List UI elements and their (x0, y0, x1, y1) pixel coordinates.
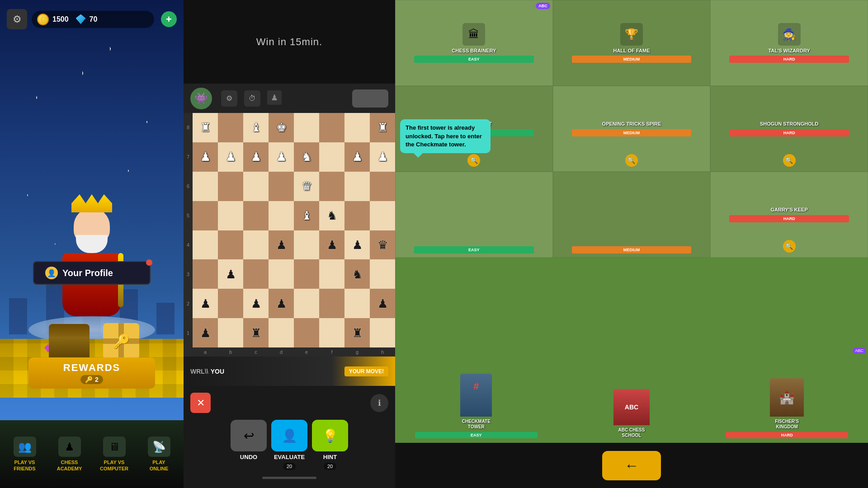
rewards-button[interactable]: REWARDS 🔑 2 (28, 357, 155, 389)
search-icon[interactable]: 🔍 (467, 154, 480, 167)
board-cell-r8c2[interactable] (218, 318, 243, 347)
clock-ctrl-icon[interactable]: ⏱ (244, 90, 260, 107)
board-cell-r1c4[interactable]: ♚ (269, 113, 294, 142)
nav-chess-academy[interactable]: ♟ CHESSACADEMY (47, 436, 92, 471)
board-cell-r6c8[interactable] (370, 259, 395, 289)
building-fischers-kingdom[interactable]: 🏰 FISCHER'SKINGDOM HARD (710, 371, 863, 438)
board-cell-r4c6[interactable]: ♞ (319, 201, 344, 230)
board-cell-r7c7[interactable] (344, 289, 370, 318)
board-cell-r3c6[interactable] (319, 172, 344, 201)
board-cell-r1c8[interactable]: ♜ (370, 113, 395, 142)
search-icon-4[interactable]: 🔍 (783, 240, 796, 253)
board-cell-r1c5[interactable] (294, 113, 319, 142)
board-cell-r4c1[interactable] (193, 201, 218, 230)
board-cell-r2c1[interactable]: ♟ (193, 142, 218, 172)
board-cell-r8c4[interactable] (269, 318, 294, 347)
board-cell-r3c2[interactable] (218, 172, 243, 201)
info-button[interactable]: ℹ (370, 394, 388, 412)
building-abc-chess-school[interactable]: ABC ABC CHESSSCHOOL (555, 380, 708, 438)
settings-ctrl-icon[interactable]: ⚙ (221, 90, 237, 107)
board-cell-r6c6[interactable] (319, 259, 344, 289)
board-cell-r3c3[interactable] (243, 172, 269, 201)
board-cell-r5c4[interactable]: ♟ (269, 230, 294, 260)
loc-hall-of-fame[interactable]: 🏆 HALL OF FAME MEDIUM (553, 0, 711, 86)
loc-opening-tricks-spire[interactable]: 🔍 OPENING TRICKS SPIRE MEDIUM (553, 86, 711, 172)
board-cell-r7c4[interactable]: ♟ (269, 289, 294, 318)
board-cell-r7c8[interactable]: ♟ (370, 289, 395, 318)
board-cell-r4c8[interactable] (370, 201, 395, 230)
profile-button[interactable]: 👤 Your Profile (33, 261, 151, 285)
board-cell-r4c4[interactable] (269, 201, 294, 230)
nav-play-vs-friends[interactable]: 👥 PLAY VSFRIENDS (2, 436, 47, 471)
board-cell-r7c1[interactable]: ♟ (193, 289, 218, 318)
board-cell-r7c5[interactable] (294, 289, 319, 318)
abc-chess-school-label: ABC CHESSSCHOOL (618, 427, 645, 438)
board-cell-r2c2[interactable]: ♟ (218, 142, 243, 172)
board-cell-r5c5[interactable] (294, 230, 319, 260)
board-cell-r2c7[interactable]: ♟ (344, 142, 370, 172)
board-cell-r8c7[interactable]: ♜ (344, 318, 370, 347)
board-cell-r5c8[interactable]: ♛ (370, 230, 395, 260)
rewards-count-number: 2 (95, 376, 99, 383)
loc-checkmate-easy[interactable]: The first tower is already unlocked. Tap… (395, 172, 553, 258)
evaluate-button[interactable]: 👤 EVALUATE 20 (271, 420, 307, 470)
board-cell-r5c1[interactable] (193, 230, 218, 260)
board-cell-r7c3[interactable]: ♟ (243, 289, 269, 318)
loc-shogun-stronghold[interactable]: 🔍 SHOGUN STRONGHOLD HARD (710, 86, 868, 172)
board-cell-r8c3[interactable]: ♜ (243, 318, 269, 347)
undo-button[interactable]: ↩ UNDO (231, 420, 267, 470)
piece-ctrl-icon[interactable]: ♟ (267, 90, 282, 105)
search-icon-2[interactable]: 🔍 (625, 154, 638, 167)
building-checkmate-tower[interactable]: CHECKMATETOWER EASY (400, 371, 553, 438)
board-cell-r5c6[interactable]: ♟ (319, 230, 344, 260)
board-cell-r8c6[interactable] (319, 318, 344, 347)
back-button[interactable]: ← (602, 451, 661, 480)
board-cell-r2c6[interactable] (319, 142, 344, 172)
nav-play-online[interactable]: 📡 PLAYONLINE (137, 436, 181, 471)
board-cell-r4c5[interactable]: ♝ (294, 201, 319, 230)
board-cell-r8c1[interactable]: ♟ (193, 318, 218, 347)
board-cell-r5c7[interactable]: ♟ (344, 230, 370, 260)
board-cell-r5c2[interactable] (218, 230, 243, 260)
board-cell-r6c3[interactable] (243, 259, 269, 289)
board-cell-r3c1[interactable] (193, 172, 218, 201)
nav-play-vs-computer[interactable]: 🖥 PLAY VSCOMPUTER (92, 436, 137, 471)
loc-medium-center[interactable]: MEDIUM (553, 172, 711, 258)
board-cell-r7c6[interactable] (319, 289, 344, 318)
board-cell-r3c8[interactable] (370, 172, 395, 201)
board-cell-r6c4[interactable] (269, 259, 294, 289)
board-cell-r3c5[interactable]: ♛ (294, 172, 319, 201)
hint-button[interactable]: 💡 HINT 20 (312, 420, 348, 470)
board-cell-r2c5[interactable]: ♞ (294, 142, 319, 172)
board-cell-r1c7[interactable] (344, 113, 370, 142)
board-cell-r1c2[interactable] (218, 113, 243, 142)
board-cell-r8c5[interactable] (294, 318, 319, 347)
board-cell-r6c7[interactable]: ♞ (344, 259, 370, 289)
board-cell-r4c3[interactable] (243, 201, 269, 230)
board-cell-r6c5[interactable] (294, 259, 319, 289)
board-cell-r7c2[interactable] (218, 289, 243, 318)
loc-garrys-keep[interactable]: 🔍 GARRY'S KEEP HARD (710, 172, 868, 258)
close-game-button[interactable]: ✕ (190, 393, 211, 413)
add-currency-button[interactable]: + (161, 11, 177, 27)
play-vs-computer-label: PLAY VSCOMPUTER (100, 460, 128, 471)
board-cell-r1c6[interactable] (319, 113, 344, 142)
search-icon-3[interactable]: 🔍 (783, 154, 796, 167)
board-cell-r4c2[interactable] (218, 201, 243, 230)
board-cell-r2c4[interactable]: ♟ (269, 142, 294, 172)
board-cell-r2c3[interactable]: ♟ (243, 142, 269, 172)
board-cell-r3c4[interactable] (269, 172, 294, 201)
settings-button[interactable]: ⚙ (7, 9, 27, 29)
board-cell-r1c3[interactable]: ♝ (243, 113, 269, 142)
board-cell-r2c8[interactable]: ♟ (370, 142, 395, 172)
board-cell-r4c7[interactable] (344, 201, 370, 230)
board-cell-r1c1[interactable]: ♜ (193, 113, 218, 142)
board-cell-r3c7[interactable] (344, 172, 370, 201)
loc-tals-wizardry[interactable]: 🧙 TAL'S WIZARDRY HARD (710, 0, 868, 86)
board-cell-r6c2[interactable]: ♟ (218, 259, 243, 289)
board-cell-r8c8[interactable] (370, 318, 395, 347)
loc-chess-brainery[interactable]: ABC 🏛 CHESS BRAINERY EASY (395, 0, 553, 86)
chess-board[interactable]: 8♜♝♚♜7♟♟♟♟♞♟♟6♛5♝♞4♟♟♟♛3♟♞2♟♟♟♟1♟♜♜abcde… (184, 113, 395, 357)
board-cell-r5c3[interactable] (243, 230, 269, 260)
board-cell-r6c1[interactable] (193, 259, 218, 289)
